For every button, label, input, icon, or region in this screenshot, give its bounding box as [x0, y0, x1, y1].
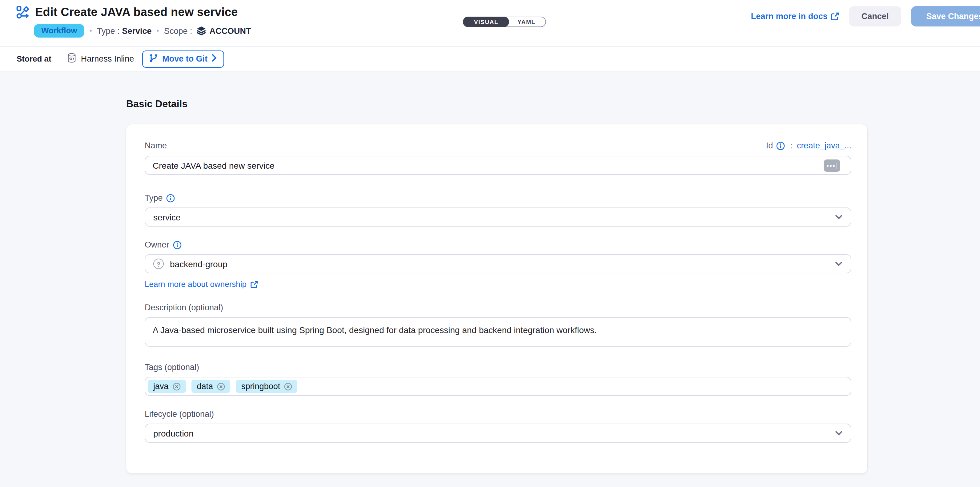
chevron-down-icon: [835, 213, 843, 221]
tags-field-label: Tags (optional): [145, 363, 199, 372]
tag-chip: springboot: [236, 380, 298, 393]
tag-label: data: [197, 382, 213, 391]
lifecycle-select-value: production: [153, 428, 194, 438]
storage-bar: Stored at Harness Inline: [0, 46, 980, 72]
type-value: Service: [122, 26, 152, 35]
external-link-icon: [250, 280, 258, 288]
tags-input[interactable]: java data: [145, 377, 851, 396]
info-icon[interactable]: [173, 240, 181, 249]
info-icon[interactable]: [167, 194, 175, 202]
tab-visual[interactable]: VISUAL: [463, 17, 509, 27]
type-field-label: Type: [145, 193, 163, 202]
ownership-link-label: Learn more about ownership: [145, 280, 247, 289]
lifecycle-select[interactable]: production: [145, 423, 851, 442]
tag-chip: data: [191, 380, 231, 393]
move-to-git-label: Move to Git: [162, 54, 207, 64]
type-label: Type :: [97, 26, 120, 35]
meta-separator: •: [157, 27, 159, 35]
layers-scope-icon: [197, 26, 207, 36]
tab-yaml[interactable]: YAML: [509, 17, 546, 27]
external-link-icon: [831, 12, 839, 20]
ownership-docs-link[interactable]: Learn more about ownership: [145, 280, 258, 289]
id-value-link[interactable]: create_java_...: [797, 141, 851, 150]
meta-separator: •: [89, 27, 92, 35]
tag-label: springboot: [241, 382, 280, 391]
info-icon[interactable]: [776, 141, 784, 150]
storage-type-label: Harness Inline: [81, 54, 134, 64]
learn-more-docs-link[interactable]: Learn more in docs: [751, 12, 839, 21]
id-separator: :: [790, 141, 792, 150]
chevron-down-icon: [835, 260, 843, 268]
chevron-right-icon: [212, 54, 217, 64]
basic-details-card: Name Id : create_java_...: [126, 124, 867, 473]
page: Edit Create JAVA based new service Workf…: [0, 0, 980, 487]
remove-tag-icon[interactable]: [217, 382, 225, 391]
type-select[interactable]: service: [145, 207, 851, 226]
scope-label: Scope :: [164, 26, 192, 35]
expression-editor-icon[interactable]: [824, 159, 840, 172]
visual-yaml-toggle: VISUAL YAML: [463, 17, 546, 27]
owner-select-value: backend-group: [170, 259, 228, 269]
cancel-button[interactable]: Cancel: [849, 6, 901, 27]
docs-link-label: Learn more in docs: [751, 12, 828, 21]
tag-label: java: [153, 382, 169, 391]
lifecycle-field-label: Lifecycle (optional): [145, 409, 214, 419]
tag-chip: java: [148, 380, 186, 393]
question-icon: ?: [153, 259, 164, 269]
type-select-value: service: [153, 212, 181, 222]
section-title: Basic Details: [126, 99, 980, 110]
page-title: Edit Create JAVA based new service: [35, 6, 238, 19]
chevron-down-icon: [835, 429, 843, 437]
scope-value: ACCOUNT: [210, 26, 251, 35]
remove-tag-icon[interactable]: [284, 382, 293, 391]
inline-storage-icon: [67, 53, 76, 65]
owner-field-label: Owner: [145, 240, 169, 249]
save-changes-button[interactable]: Save Changes: [911, 6, 980, 27]
main-content: Basic Details Name Id : create_java_...: [0, 72, 980, 473]
name-input[interactable]: [145, 156, 851, 175]
move-to-git-button[interactable]: Move to Git: [142, 50, 224, 67]
owner-select[interactable]: ? backend-group: [145, 254, 851, 273]
description-textarea[interactable]: A Java-based microservice built using Sp…: [145, 317, 851, 347]
name-label: Name: [145, 141, 167, 150]
remove-tag-icon[interactable]: [172, 382, 181, 391]
id-label: Id: [766, 141, 773, 150]
workflow-badge: Workflow: [34, 24, 84, 38]
stored-at-label: Stored at: [17, 54, 51, 64]
git-branch-icon: [149, 53, 158, 64]
description-field-label: Description (optional): [145, 303, 223, 312]
workflow-icon: [16, 6, 30, 19]
top-header: Edit Create JAVA based new service Workf…: [0, 0, 980, 46]
